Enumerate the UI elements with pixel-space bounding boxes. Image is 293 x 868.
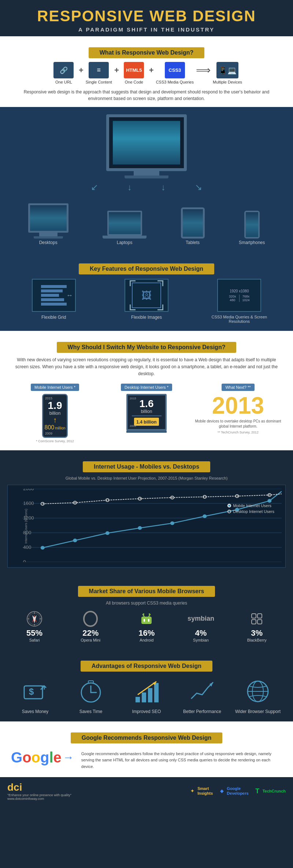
mobile-users-label: Mobile Internet Users * <box>31 384 79 391</box>
what-label: What is Responsive Web Design? <box>89 47 205 58</box>
smart-insights-label: Insights <box>197 791 213 796</box>
device-phone: Smartphones <box>239 211 265 245</box>
symbian-icon: symbian <box>193 611 209 627</box>
techcrunch-icon: T <box>254 787 261 795</box>
desktop-year-2009: 2009 <box>130 424 136 428</box>
formula-item-multi: 📱💻 Multiple Devices <box>213 62 242 84</box>
stats-row: Mobile Internet Users * 2015 1.9 billion… <box>11 384 282 443</box>
seo-icon <box>132 677 161 706</box>
browsers-row: 55% Safari 22% Opera Mini <box>7 611 286 642</box>
android-name: Android <box>140 638 153 642</box>
svg-point-15 <box>138 526 142 530</box>
legend-desktop-label: Desktop Internet Users <box>233 509 275 514</box>
browser-android: 16% Android <box>138 611 155 642</box>
page-subtitle: A PARADIGM SHIFT IN THE INDUSTRY <box>7 26 286 33</box>
advantage-seo: Improved SEO <box>123 677 170 714</box>
device-laptop: Laptops <box>103 211 146 245</box>
html-icon: HTML5 <box>124 62 144 78</box>
what-next-source: ** TechCrunch Survey, 2012 <box>218 431 259 434</box>
multi-icon: 📱💻 <box>216 62 238 78</box>
opera-name: Opera Mini <box>81 638 100 642</box>
device-tablet-label: Tablets <box>186 240 200 245</box>
device-laptop-label: Laptops <box>117 240 133 245</box>
flexible-grid-icon: ↔ <box>32 279 76 312</box>
svg-point-51 <box>149 613 150 615</box>
footer-logo-group: dci "Enhance your online presence with q… <box>7 782 71 801</box>
mobile-big-number: 1.9 <box>48 400 62 411</box>
svg-rect-53 <box>257 614 262 618</box>
formula-label-css: CSS3 Media Queries <box>156 80 194 84</box>
svg-point-19 <box>267 499 271 503</box>
google-section: Google Recommends Responsive Web Design … <box>0 721 293 777</box>
chart-label: Internet Usage - Mobiles vs. Desktops <box>83 461 210 472</box>
legend-mobile-label: Mobile Internet Users <box>233 503 272 508</box>
performance-icon <box>188 677 217 706</box>
formula-label-multi: Multiple Devices <box>213 80 242 84</box>
feature-flexible-grid: ↔ Flexible Grid <box>17 279 90 324</box>
mobile-prev-number: 800 <box>44 424 54 431</box>
devices-section: ↙ ↓ ↓ ↘ Desktops Laptops Tablets <box>0 107 293 252</box>
arrow-down-4: ↘ <box>195 182 202 192</box>
svg-point-14 <box>105 531 110 535</box>
performance-label: Better Performance <box>183 709 221 714</box>
mobile-year-2009: 2009 <box>45 432 52 435</box>
chart-area: Internet Users (Millions) 2000 1600 1200… <box>7 485 286 568</box>
page-title: RESPONSIVE WEB DESIGN <box>7 7 286 25</box>
device-desktop: Desktops <box>28 203 68 245</box>
advantage-saves-time: Saves Time <box>67 677 115 714</box>
features-label: Key Features of Responsive Web Design <box>79 263 214 274</box>
mobile-arrow-up: ↑ <box>53 416 57 424</box>
partner-smart-insights: ✦ Smart Insights <box>189 786 213 796</box>
footer-url: www.dotcominfoway.com <box>7 797 71 801</box>
arrows-row: ↙ ↓ ↓ ↘ <box>11 182 282 192</box>
google-logo-group: Google → <box>11 749 74 766</box>
css-icon: CSS3 <box>165 62 185 78</box>
arrow-sign: ⟹ <box>196 64 211 76</box>
feature-flexible-grid-label: Flexible Grid <box>41 315 66 320</box>
chart-svg: 2000 1600 1200 800 400 0 <box>22 489 282 562</box>
advantage-performance: Better Performance <box>178 677 226 714</box>
saves-money-label: Saves Money <box>22 709 49 714</box>
svg-text:800: 800 <box>23 530 31 535</box>
svg-rect-47 <box>148 619 149 622</box>
android-percent: 16% <box>138 628 155 638</box>
market-label: Market Share of Various Mobile Browsers <box>78 586 215 597</box>
desktop-big-number: 1.6 <box>140 399 154 409</box>
feature-flexible-images-label: Flexible Images <box>131 315 162 320</box>
legend-desktop: Desktop Internet Users <box>227 509 275 514</box>
google-logo: Google <box>11 749 62 766</box>
svg-rect-54 <box>252 620 256 624</box>
why-label: Why Should I Switch My Website to Respon… <box>57 342 237 353</box>
opera-icon <box>82 611 99 627</box>
why-section: Why Should I Switch My Website to Respon… <box>0 331 293 450</box>
formula-label-html: One Code <box>125 80 143 84</box>
chart-legend: Mobile Internet Users Desktop Internet U… <box>227 503 275 514</box>
plus-sign-1: + <box>79 66 84 75</box>
device-desktop-label: Desktops <box>39 240 58 245</box>
svg-rect-46 <box>144 619 145 622</box>
svg-text:1600: 1600 <box>23 501 34 506</box>
formula-row: 🔗 One URL + ≡ Single Content + HTML5 One… <box>11 62 282 84</box>
css3-media-icon: 1920 x1080 320x480 768x1024 <box>217 279 261 312</box>
svg-point-12 <box>41 546 45 550</box>
what-description: Responsive web design is the approach th… <box>11 89 282 102</box>
saves-time-label: Saves Time <box>79 709 103 714</box>
mobile-prev-unit: million <box>55 426 65 430</box>
browser-opera: 22% Opera Mini <box>81 611 100 642</box>
google-text: Google recommends webmasters follow the … <box>81 749 282 770</box>
features-section: Key Features of Responsive Web Design ↔ … <box>0 252 293 331</box>
browser-support-icon <box>243 677 272 706</box>
advantages-label: Advantages of Responsive Web Design <box>81 661 212 672</box>
footer-logo: dci <box>7 782 71 793</box>
desktop-prev-number: 1.4 billion <box>136 420 156 425</box>
svg-rect-45 <box>141 617 152 624</box>
svg-text:1200: 1200 <box>23 516 34 520</box>
blackberry-icon <box>249 611 265 627</box>
svg-point-13 <box>73 539 77 542</box>
svg-point-17 <box>203 514 207 518</box>
desktop-monitor-stat: 2015 1.6 billion 1.4 billion 2009 <box>126 394 167 431</box>
market-subtitle: All browsers support CSS3 media queries <box>7 601 286 606</box>
browser-support-label: Wider Browser Support <box>235 709 281 714</box>
svg-rect-61 <box>88 681 93 683</box>
mobile-phone-stat: 2015 1.9 billion ↑ 800 million 2009 <box>42 394 68 438</box>
